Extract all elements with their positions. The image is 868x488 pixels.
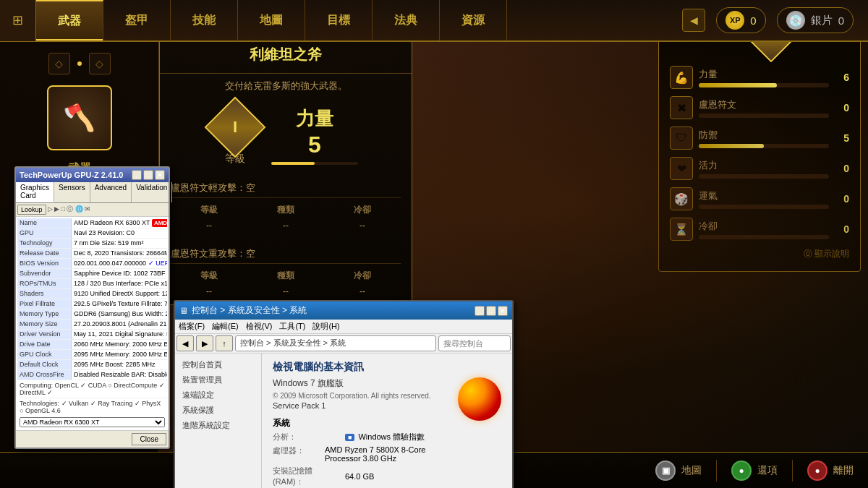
sysinfo-maximize-button[interactable]: □ [486,306,496,316]
vitality-icon: ❤ [677,162,686,176]
gpuz-label-bios: BIOS Version [17,259,72,268]
gpuz-tab-validation[interactable]: Validation [132,182,172,202]
nav-button-left[interactable]: ◀ [682,9,705,32]
level-diamond: I [205,97,266,158]
cooldown-info: 冷卻 [699,220,829,239]
gpuz-value-rops: 128 / 320 Bus Interface: PCIe x16 4.0 @ … [72,279,167,288]
sysinfo-search-input[interactable] [438,335,511,351]
sysinfo-text-content: Windows 7 旗艦版 © 2009 Microsoft Corporati… [273,377,451,488]
menu-tools[interactable]: 工具(T) [279,321,305,332]
sysinfo-section-title: 檢視電腦的基本資訊 [273,361,501,374]
gpuz-footer: Close [16,430,169,448]
stat-vitality: ❤ 活力 0 [670,157,849,180]
tab-resources[interactable]: 資源 [440,0,507,40]
sidebar-item-device-manager[interactable]: 裝置管理員 [179,372,258,388]
spec-row-cpu: 處理器： AMD Ryzen 7 5800X 8-Core Processor … [273,445,451,463]
rune-icon-box: ✖ [670,96,693,119]
map-btn-icon: ▣ [655,461,676,481]
row1-type: -- [247,218,324,233]
sysinfo-back-button[interactable]: ◀ [176,335,194,351]
tab-map[interactable]: 地圖 [238,0,305,40]
menu-edit[interactable]: 編輯(E) [212,321,239,332]
gpuz-tab-advanced[interactable]: Advanced [90,182,132,202]
sidebar-item-advanced[interactable]: 進階系統設定 [179,418,258,433]
sidebar-item-home[interactable]: 控制台首頁 [179,357,258,372]
enchant-header-1: 盧恩符文輕攻擊：空 [171,179,401,198]
gpuz-maximize-button[interactable]: □ [143,170,153,180]
vitality-bar-bg [699,174,829,179]
menu-help[interactable]: 說明(H) [312,321,339,332]
spec-label-cpu: 處理器： [273,445,325,463]
strength-info: 力量 [699,68,829,87]
gpuz-row-subvendor: Subvendor Sapphire Device ID: 1002 73BF … [17,269,167,279]
slot-top-right: ◇ [89,53,111,74]
win-badge: ■ [345,434,354,441]
weapon-detail-panel: 已裝備 利維坦之斧 交付給克雷多斯的強大武器。 I 等級 力量 5 盧恩符文輕攻… [159,7,412,305]
tab-codex[interactable]: 法典 [373,0,440,40]
gpuz-model-select[interactable]: AMD Radeon RX 6300 XT [20,417,165,427]
sysinfo-forward-button[interactable]: ▶ [196,335,213,351]
tab-goals[interactable]: 目標 [305,0,373,40]
sysinfo-close-button[interactable]: ✕ [498,306,508,316]
sidebar-item-remote[interactable]: 遠端設定 [179,388,258,403]
spec-row-rating: 分析： ■ Windows 體驗指數 [273,432,451,442]
tab-skills[interactable]: 技能 [171,0,238,40]
gpuz-value-driver: May 11, 2021 Digital Signature: Beta [72,330,167,339]
menu-view[interactable]: 檢視(V) [246,321,273,332]
gpuz-value-tech: 7 nm Die Size: 519 mm² [72,239,167,248]
help-link[interactable]: ⓪ 顯示說明 [670,248,849,260]
rune-bar-bg [699,114,829,118]
cooldown-icon: ⏳ [674,223,689,236]
gpuz-value-subvendor: Sapphire Device ID: 1002 73BF - 1DA2 E43… [72,269,167,278]
enchant-section-2: 盧恩符文重攻擊：空 等級 種類 冷卻 -- -- -- [160,239,412,304]
gpuz-row-bios: BIOS Version 020.001.000.047.000000 ✓ UE… [17,259,167,269]
silver-badge: 💿 銀片 0 [777,7,854,33]
gpuz-tech-row2: Technologies: ✓ Vulkan ✓ Ray Tracing ✓ P… [17,398,167,416]
level-value: I [233,118,237,137]
gpuz-label-release: Release Date [17,249,72,258]
cooldown-bar-bg [699,235,829,239]
weapon-desc: 交付給克雷多斯的強大武器。 [160,74,412,98]
gpuz-close-button[interactable]: ✕ [155,170,165,180]
gpuz-tab-sensors[interactable]: Sensors [54,182,90,202]
weapon-slot-primary[interactable]: 🪓 [47,85,112,150]
xp-badge: XP 0 [716,7,765,33]
strength-bar-bg [699,83,829,87]
gpuz-label-rops: ROPs/TMUs [17,279,72,288]
gpuz-row-pixel: Pixel Fillrate 292.5 GPixel/s Texture Fi… [17,299,167,309]
defense-bar-fill [699,144,764,148]
stat-defense: 🛡 防禦 5 [670,127,849,150]
gpuz-close-btn[interactable]: Close [132,433,166,445]
col-level: 等級 [171,202,247,218]
gpuz-label-crossfire: AMD CrossFire [17,370,72,380]
uefi-link[interactable]: ✓ UEFI [148,260,167,267]
exit-button[interactable]: ● 離開 [807,461,854,481]
map-button[interactable]: ▣ 地圖 [655,461,702,481]
sysinfo-minimize-button[interactable]: _ [475,306,485,316]
defense-icon: 🛡 [676,132,687,145]
enchant-table-1: 等級 種類 冷卻 -- -- -- [171,202,401,233]
gpuz-lookup-button[interactable]: Lookup [17,205,46,215]
sidebar-item-protection[interactable]: 系統保護 [179,403,258,418]
defense-value: 5 [835,132,849,144]
gpuz-tab-graphics[interactable]: Graphics Card [16,182,54,202]
gpuz-value-gpuclock: 2095 MHz Memory: 2000 MHz Boost: 2285 MH… [72,350,167,359]
tab-weapons[interactable]: 武器 [36,0,103,40]
gpuz-title: TechPowerUp GPU-Z 2.41.0 [20,171,123,179]
win7-logo [458,377,501,421]
vitality-icon-box: ❤ [670,157,693,180]
gpuz-label-tech: Technology [17,239,72,248]
return-button[interactable]: ● 還項 [731,461,778,481]
tab-armor[interactable]: 盔甲 [103,0,171,40]
gpuz-label-driver: Driver Version [17,330,72,339]
vitality-info: 活力 [699,159,829,179]
gpuz-toolbar-spacer: ▷ ▶ □ ⓒ 🌐 ✉ [48,205,91,215]
sysinfo-up-button[interactable]: ↑ [216,335,233,351]
gpuz-label-memsize: Memory Size [17,320,72,329]
gpuz-value-shaders: 9120 Unified DirectX Support: 12 (FL_12_… [72,289,167,299]
gpuz-row-gpuclock: GPU Clock 2095 MHz Memory: 2000 MHz Boos… [17,350,167,360]
menu-file[interactable]: 檔案(F) [179,321,205,332]
col2-type: 種類 [247,267,324,284]
gpuz-row-defaultclock: Default Clock 2095 MHz Boost: 2285 MHz [17,360,167,370]
gpuz-minimize-button[interactable]: _ [132,170,142,180]
